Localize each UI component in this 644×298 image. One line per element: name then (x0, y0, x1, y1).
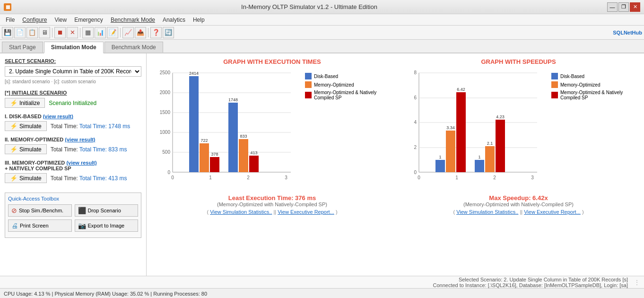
lightning-icon-nat: ⚡ (10, 175, 17, 182)
svg-text:1000: 1000 (160, 130, 171, 135)
left-panel: SELECT SCENARIO: 2. Update Single Column… (0, 53, 147, 276)
chart1-footer: Least Execution Time: 376 ms (Memory-Opt… (217, 194, 327, 207)
toolbar-btn-stop[interactable]: ⏹ (54, 27, 66, 38)
title-bar: ▦ In-Memory OLTP Simulator v1.2 - Ultima… (0, 0, 644, 14)
legend-mem: Memory-Optimized (305, 81, 391, 88)
restore-button[interactable]: ❐ (618, 2, 629, 12)
toolbar-btn-2[interactable]: 📄 (14, 27, 26, 38)
minimize-button[interactable]: — (607, 2, 618, 12)
initialize-button[interactable]: ⚡ Initialize (5, 98, 45, 108)
toolbar-btn-refresh[interactable]: 🔄 (163, 27, 174, 38)
toolbar-btn-1[interactable]: 💾 (2, 27, 13, 38)
chart1-link1[interactable]: View Simulation Statistics.. (210, 209, 272, 215)
chart1-link2[interactable]: View Executive Report... (278, 209, 334, 215)
chart2-footer: Max Speedup: 6.42x (Memory-Optimized wit… (463, 194, 574, 207)
svg-text:3: 3 (531, 175, 534, 180)
scenario-hint: [s]: standard scenario · [c]: custom sce… (5, 79, 141, 84)
disk-time: Total Time: Total Time: 1748 ms (51, 123, 131, 130)
toolbar-btn-help[interactable]: ❓ (150, 27, 162, 38)
toolbox-section: Quick-Access Toolbox ⊘ Stop Sim./Benchm.… (5, 193, 141, 238)
toolbar-btn-5[interactable]: 📊 (95, 27, 106, 38)
chart2-link1[interactable]: View Simulation Statistics.. (456, 209, 518, 215)
chart2-plot: 0 2 4 6 8 0 1 2 (400, 68, 547, 193)
legend2-native: Memory-Optimized & Natively Compiled SP (551, 90, 637, 100)
chart2-link2[interactable]: View Executive Report... (524, 209, 581, 215)
menu-analytics[interactable]: Analytics (159, 16, 189, 24)
window-title: In-Memory OLTP Simulator v1.2 - Ultimate… (11, 3, 607, 10)
chart2-legend: Disk-Based Memory-Optimized Memory-Optim… (551, 68, 637, 193)
select-scenario-section: SELECT SCENARIO: 2. Update Single Column… (5, 58, 141, 84)
toolbar-btn-red[interactable]: ✕ (67, 27, 78, 38)
chart2-bar-native-2 (496, 120, 505, 172)
chart1-bar-disk-1 (189, 76, 199, 172)
toolbox-row-2: 🖨 Print Screen 📷 Export to Image (8, 219, 138, 232)
chart2-title: GRAPH WITH SPEEDUPS (481, 58, 556, 65)
memory-simulate-button[interactable]: ⚡ Simulate (5, 144, 47, 154)
natively-section: III. MEMORY-OPTIMIZED (view result) + NA… (5, 160, 141, 183)
natively-simulate-button[interactable]: ⚡ Simulate (5, 173, 47, 183)
svg-text:4: 4 (414, 120, 417, 125)
chart2-footer-sub: (Memory-Optimized with Natively-Compiled… (463, 202, 574, 207)
disk-simulate-button[interactable]: ⚡ Simulate (5, 121, 47, 131)
stop-button[interactable]: ⊘ Stop Sim./Benchm. (8, 204, 72, 217)
natively-label2: + NATIVELY COMPILED SP (5, 166, 141, 171)
legend-disk-color (305, 73, 312, 79)
charts-row: GRAPH WITH EXECUTION TIMES 0 (154, 58, 637, 271)
toolbar-btn-3[interactable]: 📋 (26, 27, 38, 38)
menu-view[interactable]: View (51, 16, 70, 24)
svg-text:2414: 2414 (189, 71, 199, 76)
menu-emergency[interactable]: Emergency (70, 16, 107, 24)
legend-native-color (305, 92, 312, 98)
tab-simulation-mode[interactable]: Simulation Mode (44, 42, 104, 53)
tab-start-page[interactable]: Start Page (2, 42, 43, 53)
legend-disk: Disk-Based (305, 73, 391, 79)
svg-text:6: 6 (414, 95, 417, 100)
svg-text:2: 2 (493, 175, 496, 180)
lightning-icon-init: ⚡ (10, 99, 17, 106)
svg-text:1500: 1500 (160, 110, 171, 115)
menu-benchmark-mode[interactable]: Benchmark Mode (107, 16, 159, 24)
toolbar-btn-export[interactable]: 📤 (135, 27, 146, 38)
close-button[interactable]: ✕ (630, 2, 640, 12)
disk-view-link[interactable]: (view result) (43, 114, 73, 119)
toolbar-btn-chart[interactable]: 📈 (122, 27, 134, 38)
legend2-native-color (551, 92, 558, 98)
toolbar-btn-4[interactable]: 🖥 (39, 27, 50, 38)
legend-mem-color (305, 81, 312, 88)
menu-help[interactable]: Help (189, 16, 209, 24)
chart2-bar-native-1 (456, 92, 466, 172)
title-bar-left: ▦ (4, 3, 11, 11)
status-text: CPU Usage: 4.13 % | Physical Memory (RAM… (4, 291, 207, 297)
chart2-bar-disk-1 (435, 160, 445, 172)
legend2-native-label: Memory-Optimized & Natively Compiled SP (560, 90, 637, 100)
chart1-area: 0 500 1000 1500 2000 (154, 68, 391, 193)
svg-text:1748: 1748 (228, 97, 238, 102)
svg-text:3: 3 (285, 175, 287, 180)
chart1-links: ( View Simulation Statistics.. || View E… (207, 209, 337, 215)
svg-text:1: 1 (455, 175, 458, 180)
svg-text:8: 8 (414, 70, 417, 75)
toolbar-btn-table[interactable]: ▦ (82, 27, 94, 38)
toolbar-btn-6[interactable]: 📝 (107, 27, 118, 38)
tab-benchmark-mode[interactable]: Benchmark Mode (104, 42, 163, 53)
menu-file[interactable]: File (2, 16, 18, 24)
chart2-svg: 0 2 4 6 8 0 1 2 (400, 68, 547, 191)
resize-handle: ⋮ (634, 279, 640, 286)
scenario-dropdown[interactable]: 2. Update Single Column in Table of 200K… (5, 66, 141, 77)
svg-text:0: 0 (414, 170, 417, 175)
info-bar-text: Selected Scenario: 2. Update Single Colu… (433, 277, 628, 288)
init-row: ⚡ Initialize Scenario Initialized (5, 98, 141, 108)
svg-text:2500: 2500 (160, 70, 171, 75)
info-line1: Selected Scenario: 2. Update Single Colu… (433, 277, 628, 282)
toolbar-sep-4 (148, 28, 148, 37)
print-screen-button[interactable]: 🖨 Print Screen (8, 219, 72, 232)
speedups-chart: GRAPH WITH SPEEDUPS 0 2 (400, 58, 637, 271)
memory-view-link[interactable]: (view result) (65, 137, 95, 142)
natively-sim-row: ⚡ Simulate Total Time: Total Time: 413 m… (5, 173, 141, 183)
export-image-button[interactable]: 📷 Export to Image (75, 219, 139, 232)
natively-view-link[interactable]: (view result) (66, 160, 96, 166)
window-controls: — ❐ ✕ (607, 2, 640, 12)
app-icon: ▦ (4, 3, 11, 11)
menu-configure[interactable]: Configure (18, 16, 51, 24)
drop-scenario-button[interactable]: ⬛ Drop Scenario (75, 204, 139, 217)
